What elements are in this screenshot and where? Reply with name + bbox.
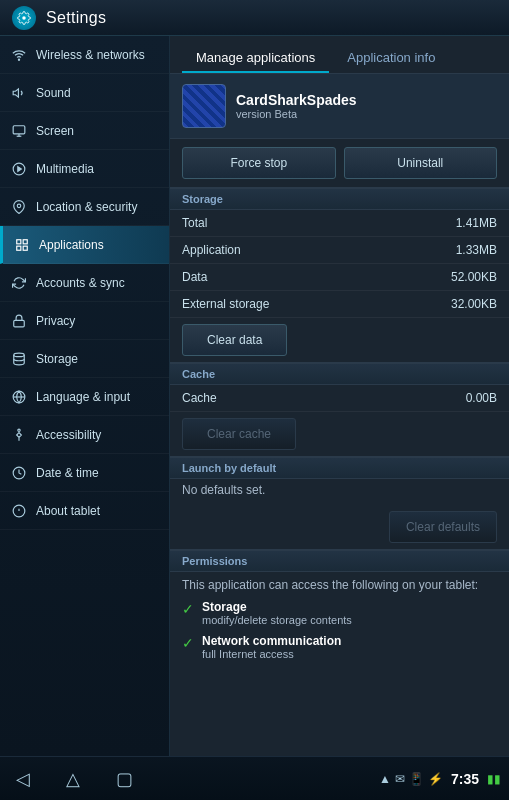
sidebar-item-wireless-networks[interactable]: Wireless & networks	[0, 36, 169, 74]
clear-data-row: Clear data	[170, 318, 509, 363]
svg-rect-12	[23, 246, 27, 250]
svg-rect-10	[23, 239, 27, 243]
status-bar: ▲ ✉ 📱 ⚡ 7:35 ▮▮	[379, 771, 501, 787]
sidebar-item-location-security-label: Location & security	[36, 200, 137, 214]
svg-rect-9	[17, 239, 21, 243]
permission-storage-desc: modify/delete storage contents	[202, 614, 352, 626]
sidebar-item-privacy[interactable]: Privacy	[0, 302, 169, 340]
storage-section-header: Storage	[170, 188, 509, 210]
svg-marker-2	[13, 88, 18, 96]
accessibility-icon	[10, 426, 28, 444]
permission-network-name: Network communication	[202, 634, 341, 648]
permission-network-desc: full Internet access	[202, 648, 341, 660]
app-name: CardSharkSpades	[236, 92, 357, 108]
sidebar-item-accessibility-label: Accessibility	[36, 428, 101, 442]
language-icon	[10, 388, 28, 406]
recent-apps-button[interactable]: ▢	[108, 764, 141, 794]
back-button[interactable]: ◁	[8, 764, 38, 794]
app-icon	[182, 84, 226, 128]
storage-total-value: 1.41MB	[456, 216, 497, 230]
force-stop-button[interactable]: Force stop	[182, 147, 336, 179]
app-version: version Beta	[236, 108, 357, 120]
sidebar-item-language-input[interactable]: Language & input	[0, 378, 169, 416]
charge-icon: ⚡	[428, 772, 443, 786]
storage-data-value: 52.00KB	[451, 270, 497, 284]
sidebar-item-storage[interactable]: Storage	[0, 340, 169, 378]
signal-icon: ▲	[379, 772, 391, 786]
svg-rect-3	[13, 125, 25, 133]
permission-storage-details: Storage modify/delete storage contents	[202, 600, 352, 626]
cache-label: Cache	[182, 391, 217, 405]
sidebar-item-accounts-sync[interactable]: Accounts & sync	[0, 264, 169, 302]
sidebar-item-privacy-label: Privacy	[36, 314, 75, 328]
cache-value: 0.00B	[466, 391, 497, 405]
clear-defaults-button[interactable]: Clear defaults	[389, 511, 497, 543]
app-info-section: CardSharkSpades version Beta	[170, 74, 509, 139]
home-button[interactable]: △	[58, 764, 88, 794]
storage-external-row: External storage 32.00KB	[170, 291, 509, 318]
sidebar-item-location-security[interactable]: Location & security	[0, 188, 169, 226]
sidebar-item-date-time[interactable]: Date & time	[0, 454, 169, 492]
storage-application-row: Application 1.33MB	[170, 237, 509, 264]
sidebar: Wireless & networks Sound Screen	[0, 36, 170, 756]
sidebar-item-accessibility[interactable]: Accessibility	[0, 416, 169, 454]
storage-total-row: Total 1.41MB	[170, 210, 509, 237]
svg-rect-13	[14, 320, 25, 326]
sidebar-item-multimedia[interactable]: Multimedia	[0, 150, 169, 188]
clock-icon	[10, 464, 28, 482]
storage-application-value: 1.33MB	[456, 243, 497, 257]
sidebar-item-screen-label: Screen	[36, 124, 74, 138]
permissions-intro: This application can access the followin…	[170, 572, 509, 596]
sidebar-item-about-tablet-label: About tablet	[36, 504, 100, 518]
tab-bar: Manage applications Application info	[170, 36, 509, 74]
clear-data-button[interactable]: Clear data	[182, 324, 287, 356]
sidebar-item-applications-label: Applications	[39, 238, 104, 252]
clear-cache-button[interactable]: Clear cache	[182, 418, 296, 450]
tab-application-info[interactable]: Application info	[333, 44, 449, 73]
apps-icon	[13, 236, 31, 254]
battery-icon: ▮▮	[487, 772, 501, 786]
tab-manage-applications[interactable]: Manage applications	[182, 44, 329, 73]
action-buttons-row: Force stop Uninstall	[170, 139, 509, 188]
cache-value-row: Cache 0.00B	[170, 385, 509, 412]
top-bar: Settings	[0, 0, 509, 36]
sidebar-item-sound[interactable]: Sound	[0, 74, 169, 112]
clear-cache-row: Clear cache	[170, 412, 509, 457]
svg-marker-7	[18, 166, 21, 171]
sidebar-item-language-input-label: Language & input	[36, 390, 130, 404]
storage-external-value: 32.00KB	[451, 297, 497, 311]
sidebar-item-applications[interactable]: Applications	[0, 226, 169, 264]
svg-point-14	[14, 353, 25, 357]
cache-section-header: Cache	[170, 363, 509, 385]
launch-by-default-header: Launch by default	[170, 457, 509, 479]
content-panel: Manage applications Application info Car…	[170, 36, 509, 756]
sidebar-item-sound-label: Sound	[36, 86, 71, 100]
permission-network-check-icon: ✓	[182, 635, 194, 651]
storage-total-label: Total	[182, 216, 207, 230]
uninstall-button[interactable]: Uninstall	[344, 147, 498, 179]
permission-network-details: Network communication full Internet acce…	[202, 634, 341, 660]
sidebar-item-screen[interactable]: Screen	[0, 112, 169, 150]
sidebar-item-about-tablet[interactable]: About tablet	[0, 492, 169, 530]
sidebar-item-storage-label: Storage	[36, 352, 78, 366]
sidebar-item-accounts-sync-label: Accounts & sync	[36, 276, 125, 290]
clear-defaults-row: Clear defaults	[170, 505, 509, 550]
permission-storage-item: ✓ Storage modify/delete storage contents	[170, 596, 509, 630]
storage-application-label: Application	[182, 243, 241, 257]
storage-data-label: Data	[182, 270, 207, 284]
nav-bar: ◁ △ ▢ ▲ ✉ 📱 ⚡ 7:35 ▮▮	[0, 756, 509, 800]
nav-left-buttons: ◁ △ ▢	[8, 764, 141, 794]
permissions-section-header: Permissions	[170, 550, 509, 572]
privacy-icon	[10, 312, 28, 330]
location-icon	[10, 198, 28, 216]
sound-icon	[10, 84, 28, 102]
permission-storage-check-icon: ✓	[182, 601, 194, 617]
settings-circle-icon	[12, 6, 36, 30]
app-details: CardSharkSpades version Beta	[236, 92, 357, 120]
sync-icon	[10, 274, 28, 292]
sidebar-item-multimedia-label: Multimedia	[36, 162, 94, 176]
permission-storage-name: Storage	[202, 600, 352, 614]
svg-point-0	[22, 16, 26, 20]
svg-point-1	[18, 59, 19, 60]
svg-rect-11	[17, 246, 21, 250]
